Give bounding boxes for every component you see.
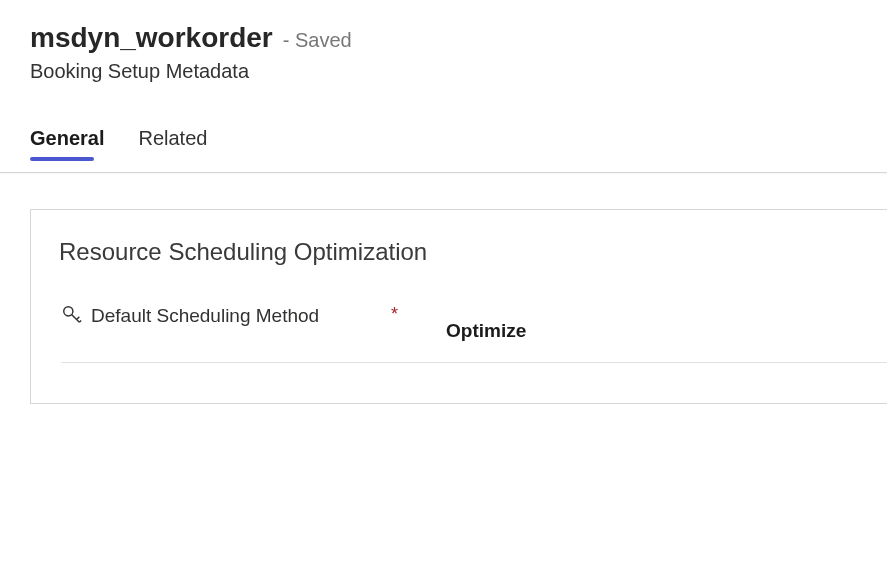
form-header: msdyn_workorder - Saved Booking Setup Me… [0,0,887,93]
title-row: msdyn_workorder - Saved [30,22,857,54]
tab-general[interactable]: General [30,127,104,158]
tab-related[interactable]: Related [138,127,207,158]
save-status: - Saved [283,29,352,52]
entity-subtitle: Booking Setup Metadata [30,60,857,83]
key-icon [61,304,83,326]
required-indicator: * [391,304,398,325]
field-default-scheduling-method[interactable]: Default Scheduling Method * Optimize [61,302,887,363]
content-area: Resource Scheduling Optimization Default… [0,173,887,404]
tab-list: General Related [0,127,887,158]
field-value[interactable]: Optimize [446,320,526,342]
field-label: Default Scheduling Method [91,302,319,331]
svg-line-3 [79,321,81,323]
entity-title: msdyn_workorder [30,22,273,54]
section-rso: Resource Scheduling Optimization Default… [30,209,887,404]
svg-line-2 [77,317,80,320]
field-label-block: Default Scheduling Method [61,302,391,331]
section-title: Resource Scheduling Optimization [59,238,887,266]
svg-point-0 [64,307,73,316]
